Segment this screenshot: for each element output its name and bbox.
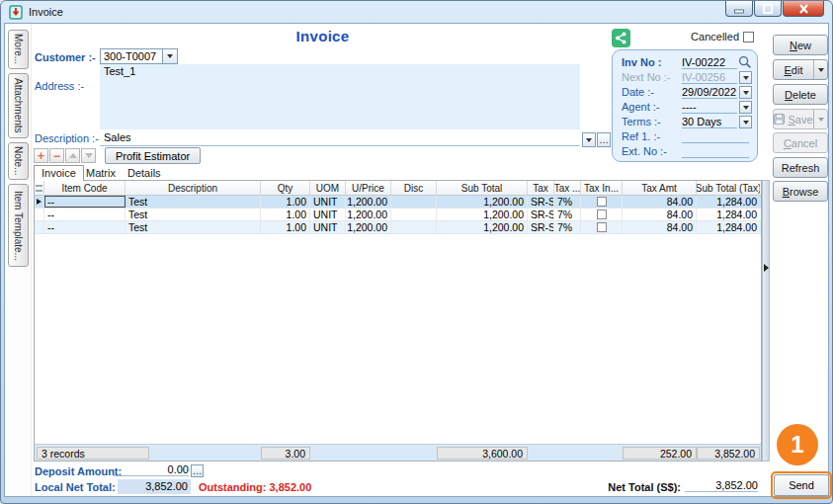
sidebar-tab-more[interactable]: More... <box>8 30 29 69</box>
tab-matrix[interactable]: Matrix <box>79 166 123 181</box>
col-disc[interactable]: Disc <box>391 181 437 195</box>
grid-header-row: Item Code Description Qty UOM U/Price Di… <box>35 181 761 196</box>
subtotal-tax-total: 3,852.00 <box>697 447 760 460</box>
col-uom[interactable]: UOM <box>310 181 346 195</box>
add-row-button[interactable]: + <box>34 148 48 163</box>
description-ellipsis-button[interactable]: … <box>597 132 611 147</box>
col-subtotal[interactable]: Sub Total <box>437 181 528 195</box>
ext-no-input[interactable] <box>682 145 749 158</box>
chevron-down-icon <box>586 138 592 142</box>
collapse-panel-splitter[interactable] <box>762 180 770 462</box>
sidebar-tab-attachments[interactable]: Attachments <box>8 73 29 138</box>
cell-tax: SR-S <box>528 209 554 220</box>
deposit-ellipsis-button[interactable]: … <box>191 464 204 477</box>
row-indicator <box>35 196 44 208</box>
ref1-input[interactable] <box>682 130 749 143</box>
save-dropdown-button <box>813 110 827 128</box>
cell-subtotal: 1,200.00 <box>437 196 528 208</box>
outstanding-amount: Outstanding: 3,852.00 <box>199 481 311 493</box>
cell-description: Test <box>125 196 261 208</box>
address-label: Address :- <box>35 80 84 92</box>
save-icon <box>774 114 785 125</box>
net-total-value: 3,852.00 <box>685 479 758 492</box>
items-grid: Item Code Description Qty UOM U/Price Di… <box>34 180 762 462</box>
agent-input[interactable]: ---- <box>682 101 737 114</box>
tab-invoice[interactable]: Invoice <box>34 165 84 181</box>
row-indicator <box>35 221 44 233</box>
inv-no-input[interactable]: IV-00222 <box>682 56 737 69</box>
grid-summary-row: 3 records 3.00 3,600.00 252.00 3,852.00 <box>35 444 761 461</box>
remove-row-button[interactable]: − <box>49 148 64 163</box>
browse-button[interactable]: Browse <box>773 181 828 202</box>
left-panel-strip: More... Attachments Note... Item Templat… <box>5 24 32 496</box>
deposit-amount-input[interactable]: 0.00 <box>114 463 189 476</box>
date-input[interactable]: 29/09/2022 <box>682 86 737 99</box>
titlebar[interactable]: Invoice <box>1 1 832 23</box>
close-button[interactable] <box>783 1 824 17</box>
inv-no-label: Inv No : <box>622 56 661 68</box>
tax-inclusive-checkbox[interactable] <box>597 210 607 219</box>
cell-tax-amt: 84.00 <box>623 221 697 233</box>
sidebar-tab-note[interactable]: Note... <box>8 142 29 180</box>
table-row[interactable]: -- Test 1.00 UNIT 1,200.00 1,200.00 SR-S… <box>35 209 761 221</box>
col-description[interactable]: Description <box>125 181 261 195</box>
cell-disc <box>391 209 437 220</box>
terms-input[interactable]: 30 Days <box>682 116 737 128</box>
refresh-button[interactable]: Refresh <box>773 157 828 178</box>
document-info-panel: Inv No : IV-00222 Next No :- IV-00256 Da… <box>612 49 758 162</box>
send-button[interactable]: Send <box>774 474 829 496</box>
col-uprice[interactable]: U/Price <box>346 181 391 195</box>
delete-button[interactable]: Delete <box>773 84 828 105</box>
cell-qty: 1.00 <box>261 221 310 233</box>
ref1-label: Ref 1. :- <box>622 130 660 142</box>
move-row-down-button <box>81 148 96 163</box>
cancelled-checkbox[interactable] <box>743 32 754 42</box>
ext-no-label: Ext. No :- <box>622 145 667 157</box>
next-no-value: IV-00256 <box>682 71 737 84</box>
tab-details[interactable]: Details <box>121 166 168 181</box>
cell-item-code: -- <box>44 209 125 220</box>
search-icon[interactable] <box>738 55 752 71</box>
minimize-button[interactable] <box>725 1 753 17</box>
col-qty[interactable]: Qty <box>261 181 310 195</box>
date-dropdown-button[interactable] <box>739 86 752 99</box>
new-button[interactable]: New <box>773 35 828 55</box>
profit-estimator-button[interactable]: Profit Estimator <box>105 147 201 164</box>
col-subtotal-tax[interactable]: Sub Total (Tax) <box>697 181 760 195</box>
col-tax-rate[interactable]: Tax ... <box>554 181 581 195</box>
terms-label: Terms :- <box>622 116 661 127</box>
cell-subtotal-tax: 1,284.00 <box>697 221 760 233</box>
customer-name: Test_1 <box>100 64 580 78</box>
col-item-code[interactable]: Item Code <box>44 181 125 195</box>
grid-menu-icon <box>36 185 42 192</box>
cell-subtotal: 1,200.00 <box>437 221 528 233</box>
form-title: Invoice <box>34 28 612 44</box>
customer-code-input[interactable]: 300-T0007 <box>100 48 163 64</box>
plus-icon: + <box>38 149 44 163</box>
description-dropdown-button[interactable] <box>582 132 596 147</box>
col-tax[interactable]: Tax <box>528 181 554 195</box>
agent-label: Agent :- <box>622 101 660 113</box>
edit-dropdown-button[interactable] <box>813 60 827 79</box>
tax-inclusive-checkbox[interactable] <box>597 222 607 232</box>
sidebar-tab-item-template[interactable]: Item Template... <box>8 184 29 267</box>
tax-inclusive-checkbox[interactable] <box>597 197 607 207</box>
table-row[interactable]: -- Test 1.00 UNIT 1,200.00 1,200.00 SR-S… <box>35 221 761 234</box>
cell-qty: 1.00 <box>261 209 310 220</box>
terms-dropdown-button[interactable] <box>739 116 752 128</box>
cell-uom: UNIT <box>310 221 346 233</box>
customer-dropdown-button[interactable] <box>163 48 178 64</box>
expand-right-icon <box>764 264 769 272</box>
col-tax-inclusive[interactable]: Tax In... <box>581 181 623 195</box>
description-input[interactable]: Sales <box>100 130 580 146</box>
table-row[interactable]: -- Test 1.00 UNIT 1,200.00 1,200.00 SR-S… <box>35 196 761 209</box>
row-indicator-header <box>35 181 44 195</box>
col-tax-amt[interactable]: Tax Amt <box>623 181 697 195</box>
maximize-button[interactable] <box>754 1 782 17</box>
address-field[interactable]: Test_1 <box>100 64 580 129</box>
cell-tax-rate: 7% <box>554 221 581 233</box>
agent-dropdown-button[interactable] <box>739 101 752 114</box>
row-indicator <box>35 209 44 220</box>
share-icon[interactable] <box>612 29 630 51</box>
edit-button[interactable]: Edit <box>773 59 828 80</box>
